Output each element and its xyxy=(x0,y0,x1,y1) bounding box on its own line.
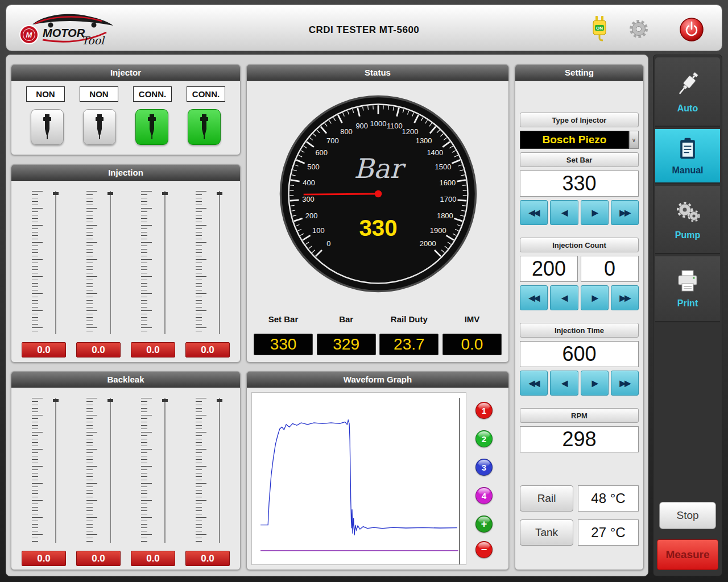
slider-track[interactable] xyxy=(110,191,111,334)
waveform-channel-1-button[interactable]: 1 xyxy=(475,402,493,419)
injection-count-fast-increase-button[interactable]: ▶▶ xyxy=(611,285,639,310)
slider-thumb[interactable] xyxy=(107,399,113,402)
injector-4-button[interactable] xyxy=(188,109,221,145)
injection-time-decrease-button[interactable]: ◀ xyxy=(550,371,578,396)
injection-value-2: 0.0 xyxy=(76,342,121,357)
app-title: CRDI TESTER MT-5600 xyxy=(6,24,722,36)
slider-thumb[interactable] xyxy=(53,192,59,195)
minus-icon: − xyxy=(481,544,487,556)
injector-2-button[interactable] xyxy=(83,109,116,145)
power-plug-icon[interactable]: ON xyxy=(589,15,610,44)
injection-count-target: 200 xyxy=(520,256,578,282)
slider-thumb[interactable] xyxy=(162,399,168,402)
injector-3-button[interactable] xyxy=(135,109,168,145)
status-panel: Status 010020030040050060070080090010001… xyxy=(246,64,509,363)
zoom-out-button[interactable]: − xyxy=(475,541,493,558)
slider-thumb[interactable] xyxy=(107,192,113,195)
svg-text:1400: 1400 xyxy=(427,148,443,157)
brand-tool-text: Tool xyxy=(81,34,105,47)
svg-text:1300: 1300 xyxy=(416,136,432,145)
scale-ruler xyxy=(86,398,97,543)
rpm-label: RPM xyxy=(520,408,639,423)
injection-value-1: 0.0 xyxy=(22,342,66,357)
set-bar-label: Set Bar xyxy=(520,152,639,167)
injector-panel: Injector NON NON CONN. CONN. xyxy=(11,64,241,155)
slider-track[interactable] xyxy=(55,398,56,543)
injection-time-label: Injection Time xyxy=(520,323,639,338)
set-bar-increase-button[interactable]: ▶ xyxy=(581,200,609,225)
waveform-panel: Waveform Graph 1 2 3 4 + − xyxy=(246,371,509,570)
backleak-panel: Backleak 0.0 0.0 0.0 0.0 xyxy=(11,371,241,570)
backleak-value-1: 0.0 xyxy=(22,551,66,566)
injection-time-fast-increase-button[interactable]: ▶▶ xyxy=(611,371,639,396)
sidebar-item-pump[interactable]: Pump xyxy=(655,186,720,254)
injector-4-status: CONN. xyxy=(187,86,225,102)
rail-temp-row: Rail 48 °C xyxy=(520,485,639,512)
injection-value-4: 0.0 xyxy=(185,342,230,357)
slider-track[interactable] xyxy=(55,191,56,334)
injection-count-decrease-button[interactable]: ◀ xyxy=(550,285,578,310)
slider-track[interactable] xyxy=(164,398,166,543)
waveform-channel-3-button[interactable]: 3 xyxy=(475,459,493,476)
injection-time-increase-button[interactable]: ▶ xyxy=(581,371,609,396)
set-bar-fast-increase-button[interactable]: ▶▶ xyxy=(611,200,639,225)
tank-temp-button[interactable]: Tank xyxy=(520,519,573,546)
injection-count-row: 200 0 xyxy=(520,256,639,282)
svg-text:700: 700 xyxy=(326,136,339,145)
svg-text:100: 100 xyxy=(312,226,325,235)
setting-panel-title: Setting xyxy=(515,65,643,81)
injector-button-row xyxy=(11,109,240,145)
injector-status-row: NON NON CONN. CONN. xyxy=(11,86,240,102)
sidebar-item-print[interactable]: Print xyxy=(655,256,720,322)
svg-text:1500: 1500 xyxy=(435,163,452,171)
status-readouts: Set Bar 330 Bar 329 Rail Duty 23.7 IMV 0… xyxy=(254,314,502,355)
injector-3-status: CONN. xyxy=(133,86,172,102)
slider-track[interactable] xyxy=(219,398,220,543)
plug-on-label: ON xyxy=(596,26,603,31)
slider-thumb[interactable] xyxy=(217,192,222,195)
injection-gauge-1: 0.0 xyxy=(22,191,66,357)
scale-ruler xyxy=(196,398,206,543)
power-button[interactable] xyxy=(679,16,705,43)
measure-button[interactable]: Measure xyxy=(657,539,718,570)
slider-thumb[interactable] xyxy=(53,399,59,402)
set-bar-fast-decrease-button[interactable]: ◀◀ xyxy=(520,200,548,225)
scale-ruler xyxy=(196,191,206,334)
readout-imv-value: 0.0 xyxy=(442,334,502,355)
stop-button[interactable]: Stop xyxy=(659,502,716,529)
rpm-row: 298 xyxy=(520,426,639,452)
svg-text:300: 300 xyxy=(302,195,315,203)
svg-text:500: 500 xyxy=(307,163,320,171)
settings-gear-icon[interactable] xyxy=(627,18,650,40)
slider-thumb[interactable] xyxy=(217,399,222,402)
zoom-in-button[interactable]: + xyxy=(475,516,493,533)
readout-bar: Bar 329 xyxy=(317,314,376,355)
scale-ruler xyxy=(141,398,152,543)
waveform-channel-4-button[interactable]: 4 xyxy=(475,487,493,504)
sidebar-item-auto[interactable]: Auto xyxy=(655,57,720,127)
pressure-gauge: 0100200300400500600700800900100011001200… xyxy=(279,94,478,293)
readout-set-bar-value: 330 xyxy=(254,334,313,355)
sidebar-item-manual[interactable]: Manual xyxy=(655,129,720,184)
plus-icon: + xyxy=(481,518,487,530)
slider-thumb[interactable] xyxy=(162,192,168,195)
injection-count-fast-decrease-button[interactable]: ◀◀ xyxy=(520,285,548,310)
slider-track[interactable] xyxy=(219,191,220,334)
readout-bar-value: 329 xyxy=(317,334,376,355)
injector-type-dropdown[interactable]: Bosch Piezo v xyxy=(520,131,639,149)
slider-track[interactable] xyxy=(110,398,111,543)
dropdown-caret-icon[interactable]: v xyxy=(629,131,639,149)
injection-time-nav: ◀◀ ◀ ▶ ▶▶ xyxy=(520,371,639,396)
injector-icon xyxy=(144,114,159,140)
injector-type-value[interactable]: Bosch Piezo xyxy=(520,131,629,149)
rail-temp-button[interactable]: Rail xyxy=(520,485,573,512)
backleak-value-2: 0.0 xyxy=(76,551,121,566)
set-bar-row: 330 xyxy=(520,171,639,197)
injection-count-increase-button[interactable]: ▶ xyxy=(581,285,609,310)
set-bar-decrease-button[interactable]: ◀ xyxy=(550,200,578,225)
svg-text:1100: 1100 xyxy=(387,122,403,130)
injection-time-fast-decrease-button[interactable]: ◀◀ xyxy=(520,371,548,396)
injector-1-button[interactable] xyxy=(31,109,64,145)
waveform-channel-2-button[interactable]: 2 xyxy=(475,430,493,447)
slider-track[interactable] xyxy=(164,191,166,334)
